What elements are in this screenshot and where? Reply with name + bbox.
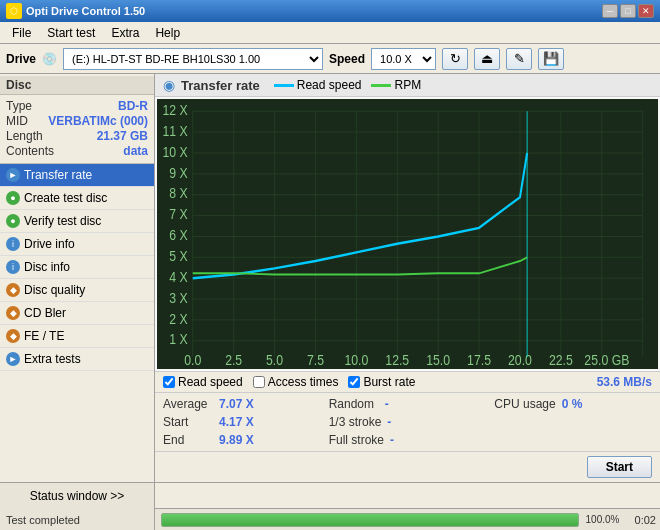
nav-disc-quality[interactable]: ◆ Disc quality	[0, 279, 154, 302]
nav-cd-bler[interactable]: ◆ CD Bler	[0, 302, 154, 325]
svg-text:5.0: 5.0	[266, 352, 283, 368]
drive-row: Drive 💿 (E:) HL-DT-ST BD-RE BH10LS30 1.0…	[0, 44, 660, 74]
svg-text:12 X: 12 X	[162, 102, 187, 118]
chart-icon: ◉	[163, 77, 175, 93]
mid-value: VERBATIMc (000)	[48, 114, 148, 128]
length-value: 21.37 GB	[97, 129, 148, 143]
verify-test-disc-icon: ●	[6, 214, 20, 228]
disc-info: Type BD-R MID VERBATIMc (000) Length 21.…	[0, 95, 154, 164]
svg-text:5 X: 5 X	[169, 248, 187, 264]
menu-file[interactable]: File	[4, 24, 39, 42]
nav-extra-tests-label: Extra tests	[24, 352, 81, 366]
random-label: Random	[329, 397, 379, 411]
svg-text:12.5: 12.5	[385, 352, 409, 368]
chart-checkboxes: Read speed Access times Burst rate 53.6 …	[155, 371, 660, 392]
legend-rpm-label: RPM	[394, 78, 421, 92]
read-speed-label: Read speed	[178, 375, 243, 389]
chart-wrapper: 12 X 11 X 10 X 9 X 8 X 7 X 6 X 5 X 4 X 3…	[157, 99, 658, 369]
drive-select[interactable]: (E:) HL-DT-ST BD-RE BH10LS30 1.00	[63, 48, 323, 70]
svg-text:7 X: 7 X	[169, 206, 187, 222]
end-value: 9.89 X	[219, 433, 254, 447]
minimize-button[interactable]: ─	[602, 4, 618, 18]
menu-start-test[interactable]: Start test	[39, 24, 103, 42]
chart-header: ◉ Transfer rate Read speed RPM	[155, 74, 660, 97]
read-speed-checkbox[interactable]	[163, 376, 175, 388]
full-stroke-label: Full stroke	[329, 433, 384, 447]
speed-select[interactable]: 10.0 X ▾	[371, 48, 436, 70]
stat-empty2	[490, 431, 656, 449]
random-value: -	[385, 397, 389, 411]
fe-te-icon: ◆	[6, 329, 20, 343]
stat-empty1	[490, 413, 656, 431]
burst-rate-label: Burst rate	[363, 375, 415, 389]
legend-read: Read speed	[274, 78, 362, 92]
eject-button[interactable]: ⏏	[474, 48, 500, 70]
type-label: Type	[6, 99, 32, 113]
create-test-disc-icon: ●	[6, 191, 20, 205]
progress-percentage: 100.0%	[585, 514, 620, 525]
nav-cd-bler-label: CD Bler	[24, 306, 66, 320]
access-times-checkbox[interactable]	[253, 376, 265, 388]
disc-info-icon: i	[6, 260, 20, 274]
legend-read-color	[274, 84, 294, 87]
close-button[interactable]: ✕	[638, 4, 654, 18]
title-bar: ⬡ Opti Drive Control 1.50 ─ □ ✕	[0, 0, 660, 22]
chart-legend: Read speed RPM	[274, 78, 421, 92]
legend-rpm: RPM	[371, 78, 421, 92]
status-area: Status window >>	[0, 482, 660, 508]
stat-average: Average 7.07 X	[159, 395, 325, 413]
legend-rpm-color	[371, 84, 391, 87]
chart-actions: Start	[155, 451, 660, 482]
chart-title: Transfer rate	[181, 78, 260, 93]
nav-verify-test-disc[interactable]: ● Verify test disc	[0, 210, 154, 233]
contents-label: Contents	[6, 144, 54, 158]
nav-create-test-disc-label: Create test disc	[24, 191, 107, 205]
drive-label: Drive	[6, 52, 36, 66]
nav-extra-tests[interactable]: ► Extra tests	[0, 348, 154, 371]
disc-quality-icon: ◆	[6, 283, 20, 297]
progress-area: Test completed 100.0% 0:02	[0, 508, 660, 530]
main-area: Disc Type BD-R MID VERBATIMc (000) Lengt…	[0, 74, 660, 482]
contents-value: data	[123, 144, 148, 158]
speed-label: Speed	[329, 52, 365, 66]
svg-text:6 X: 6 X	[169, 227, 187, 243]
nav-transfer-rate[interactable]: ► Transfer rate	[0, 164, 154, 187]
nav-fe-te[interactable]: ◆ FE / TE	[0, 325, 154, 348]
burst-rate-checkbox[interactable]	[348, 376, 360, 388]
disc-section-label: Disc	[0, 76, 154, 95]
start-value: 4.17 X	[219, 415, 254, 429]
mid-label: MID	[6, 114, 28, 128]
svg-text:4 X: 4 X	[169, 269, 187, 285]
menu-help[interactable]: Help	[147, 24, 188, 42]
refresh-button[interactable]: ↻	[442, 48, 468, 70]
maximize-button[interactable]: □	[620, 4, 636, 18]
stat-1-3-stroke: 1/3 stroke -	[325, 413, 491, 431]
status-window-button[interactable]: Status window >>	[0, 483, 155, 509]
nav-transfer-rate-label: Transfer rate	[24, 168, 92, 182]
stat-end: End 9.89 X	[159, 431, 325, 449]
checkbox-burst-rate[interactable]: Burst rate	[348, 375, 415, 389]
nav-create-test-disc[interactable]: ● Create test disc	[0, 187, 154, 210]
average-value: 7.07 X	[219, 397, 254, 411]
start-button[interactable]: Start	[587, 456, 652, 478]
edit-button[interactable]: ✎	[506, 48, 532, 70]
1-3-stroke-label: 1/3 stroke	[329, 415, 382, 429]
menu-extra[interactable]: Extra	[103, 24, 147, 42]
checkbox-access-times[interactable]: Access times	[253, 375, 339, 389]
svg-text:17.5: 17.5	[467, 352, 491, 368]
cd-bler-icon: ◆	[6, 306, 20, 320]
svg-text:11 X: 11 X	[162, 123, 187, 139]
checkbox-read-speed[interactable]: Read speed	[163, 375, 243, 389]
sidebar-nav: ► Transfer rate ● Create test disc ● Ver…	[0, 164, 154, 371]
svg-text:22.5: 22.5	[549, 352, 573, 368]
nav-fe-te-label: FE / TE	[24, 329, 64, 343]
test-completed-label: Test completed	[0, 509, 155, 530]
1-3-stroke-value: -	[387, 415, 391, 429]
status-window-label: Status window >>	[30, 489, 125, 503]
nav-disc-info[interactable]: i Disc info	[0, 256, 154, 279]
svg-text:9 X: 9 X	[169, 165, 187, 181]
nav-drive-info[interactable]: i Drive info	[0, 233, 154, 256]
save-button[interactable]: 💾	[538, 48, 564, 70]
average-label: Average	[163, 397, 213, 411]
access-times-label: Access times	[268, 375, 339, 389]
